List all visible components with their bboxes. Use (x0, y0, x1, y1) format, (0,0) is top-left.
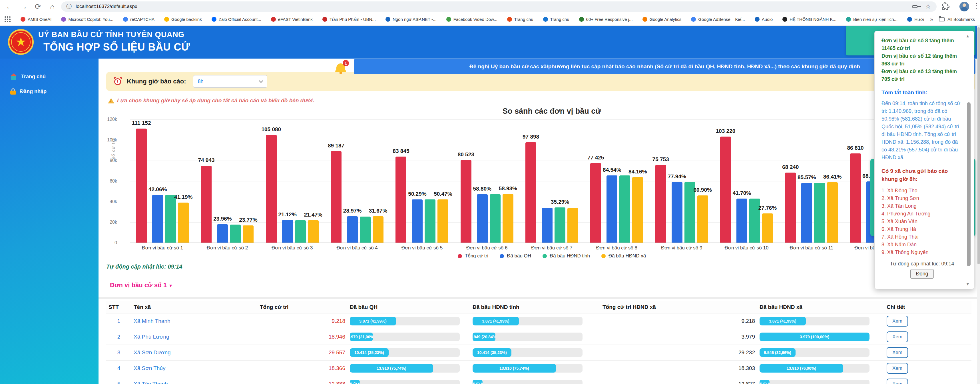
view-detail-button[interactable]: Xem (887, 379, 908, 384)
bar-total[interactable] (850, 153, 861, 243)
bookmark-item[interactable]: Zalo Official Account... (212, 17, 261, 22)
popup-scroll-up-icon[interactable]: ▲ (966, 34, 970, 38)
bar-hdnd-xa[interactable] (632, 177, 643, 243)
page-scrollbar[interactable] (977, 26, 980, 384)
page-scrollbar-thumb[interactable] (977, 27, 980, 264)
bar-total[interactable] (136, 129, 147, 243)
all-bookmarks-button[interactable]: All Bookmarks (939, 17, 975, 22)
bar-qh[interactable] (477, 194, 488, 243)
commune-link[interactable]: Xã Sơn Dương (131, 345, 258, 360)
bar-total[interactable] (590, 163, 601, 243)
sidebar-item-login[interactable]: Đăng nhập (10, 88, 46, 94)
bar-qh[interactable] (606, 175, 617, 243)
bar-qh[interactable] (347, 216, 358, 243)
bar-hdnd-xa[interactable] (697, 196, 708, 243)
bar-qh[interactable] (282, 220, 293, 243)
bar-hdnd-xa[interactable] (762, 214, 773, 243)
bookmark-item[interactable]: Biên niên sự kiện lịch... (846, 17, 897, 22)
notification-bell-icon[interactable]: 1 (335, 61, 347, 75)
site-info-icon[interactable]: ⓘ (66, 3, 72, 10)
bar-hdnd-tinh[interactable] (555, 207, 565, 243)
bookmark-item[interactable]: AMIS OneAI (21, 17, 51, 22)
bar-total[interactable] (331, 151, 342, 243)
bookmark-star-icon[interactable]: ☆ (925, 3, 931, 10)
bar-qh[interactable] (542, 208, 552, 243)
bookmark-item[interactable]: 60+ Free Responsive j... (579, 17, 633, 22)
bookmark-item[interactable]: eFAST VietinBank (271, 17, 313, 22)
reload-icon[interactable]: ⟳ (33, 1, 43, 12)
home-icon[interactable]: ⌂ (47, 1, 58, 12)
bookmark-item[interactable]: Google AdSense – Kiế... (691, 17, 745, 22)
view-detail-button[interactable]: Xem (887, 347, 908, 358)
popup-scrollbar-thumb[interactable] (967, 102, 970, 266)
commune-link[interactable]: Xã Tân Thanh (131, 376, 258, 384)
commune-link[interactable]: Xã Phú Lương (131, 329, 258, 345)
bookmark-item[interactable]: Microsoft Copilot: You... (61, 17, 113, 22)
unit-dropdown[interactable]: Đơn vị bầu cử số 1 ▼ (110, 281, 173, 289)
bookmark-item[interactable]: Audio (755, 17, 773, 22)
bar-hdnd-xa[interactable] (243, 225, 254, 243)
bar-qh[interactable] (801, 183, 812, 243)
bar-hdnd-tinh[interactable] (425, 199, 436, 243)
bar-hdnd-xa[interactable] (178, 202, 189, 243)
bar-total[interactable] (655, 165, 666, 243)
bar-qh[interactable] (671, 182, 682, 243)
address-bar[interactable]: ⓘ localhost:16372/default.aspx ☆ (61, 2, 937, 12)
bar-hdnd-xa[interactable] (503, 194, 514, 243)
bar-hdnd-tinh[interactable] (165, 195, 176, 243)
view-detail-button[interactable]: Xem (887, 331, 908, 342)
bar-hdnd-tinh[interactable] (230, 225, 241, 243)
close-button[interactable]: Đóng (910, 269, 934, 279)
bar-qh[interactable] (217, 224, 228, 243)
bar-total[interactable] (396, 156, 406, 243)
profile-avatar[interactable] (959, 2, 969, 11)
browser-menu-icon[interactable]: ⋮ (973, 2, 980, 10)
forward-icon[interactable]: → (18, 1, 29, 12)
bar-hdnd-xa[interactable] (567, 208, 578, 243)
bar-hdnd-xa[interactable] (827, 182, 838, 243)
back-icon[interactable]: ← (4, 1, 15, 12)
bar-total[interactable] (785, 172, 796, 243)
legend-item[interactable]: Đã bầu HĐND xã (601, 253, 646, 259)
bar-hdnd-xa[interactable] (373, 216, 383, 243)
bar-total[interactable] (461, 160, 471, 243)
legend-item[interactable]: Đã bầu QH (500, 253, 531, 259)
bookmark-item[interactable]: Trần Phú Phẩm - UBN... (322, 17, 376, 22)
extensions-icon[interactable] (942, 2, 950, 10)
report-time-select[interactable]: 8h (193, 75, 267, 88)
bar-total[interactable] (525, 142, 536, 243)
bookmark-item[interactable]: Google backlink (164, 17, 202, 22)
sidebar-item-home[interactable]: Trang chủ (10, 73, 46, 80)
bookmark-item[interactable]: reCAPTCHA (123, 17, 154, 22)
bookmark-item[interactable]: Hướng dẫn tích hợp tí... (907, 17, 924, 22)
view-detail-button[interactable]: Xem (887, 316, 908, 327)
bar-hdnd-xa[interactable] (308, 220, 319, 243)
url-text[interactable]: localhost:16372/default.aspx (76, 4, 912, 10)
bookmark-item[interactable]: Trang chủ (507, 17, 533, 22)
bar-total[interactable] (266, 135, 277, 243)
bar-total[interactable] (720, 137, 731, 243)
bookmark-item[interactable]: Trang chủ (543, 17, 570, 22)
password-key-icon[interactable] (912, 5, 918, 8)
bookmark-item[interactable]: Google Analytics (643, 17, 682, 22)
bar-total[interactable] (201, 166, 212, 243)
bar-qh[interactable] (412, 199, 423, 243)
bar-hdnd-tinh[interactable] (295, 220, 306, 243)
apps-grid-icon[interactable] (5, 16, 11, 22)
bar-hdnd-tinh[interactable] (490, 194, 501, 243)
bookmark-item[interactable]: HỆ THỐNG NGÀNH K... (783, 17, 836, 22)
bookmark-item[interactable]: Ngôn ngữ ASP.NET -... (385, 17, 437, 22)
bar-qh[interactable] (152, 195, 163, 243)
commune-link[interactable]: Xã Minh Thanh (131, 314, 258, 329)
view-detail-button[interactable]: Xem (887, 363, 908, 374)
bookmarks-overflow-chevron[interactable]: » (930, 16, 933, 22)
bar-hdnd-tinh[interactable] (619, 175, 630, 243)
legend-item[interactable]: Tổng cử tri (458, 253, 488, 259)
bookmark-item[interactable]: Facebook Video Dow... (446, 17, 498, 22)
bar-hdnd-xa[interactable] (438, 199, 448, 243)
commune-link[interactable]: Xã Sơn Thủy (131, 360, 258, 376)
popup-scroll-down-icon[interactable]: ▼ (966, 282, 970, 286)
bar-hdnd-tinh[interactable] (360, 217, 371, 243)
legend-item[interactable]: Đã bầu HĐND tỉnh (542, 253, 590, 259)
bar-qh[interactable] (737, 199, 747, 243)
